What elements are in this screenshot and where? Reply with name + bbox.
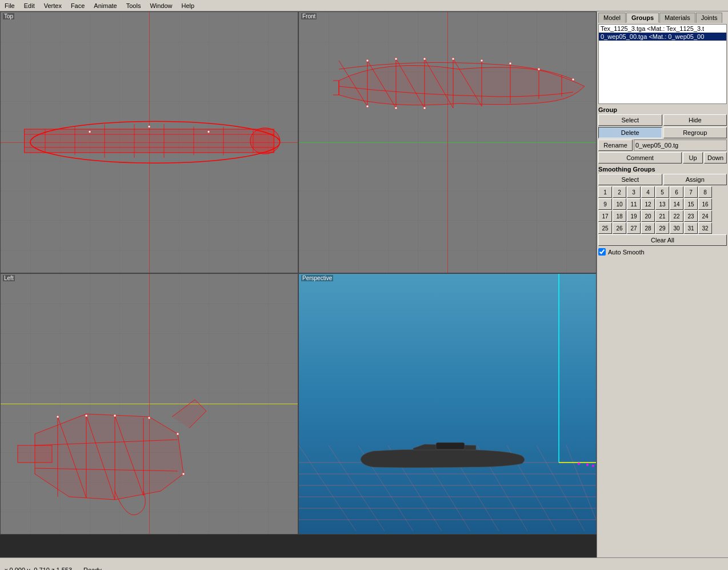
menu-window[interactable]: Window bbox=[147, 2, 174, 10]
smoothing-groups-label: Smoothing Groups bbox=[598, 166, 727, 173]
smooth-num-btn-32[interactable]: 32 bbox=[698, 222, 712, 234]
tab-joints[interactable]: Joints bbox=[696, 13, 723, 23]
panel-tabs: Model Groups Materials Joints bbox=[598, 13, 727, 23]
svg-point-41 bbox=[572, 78, 574, 81]
svg-point-42 bbox=[366, 105, 369, 107]
smooth-num-btn-12[interactable]: 12 bbox=[641, 198, 655, 210]
smooth-num-btn-28[interactable]: 28 bbox=[641, 222, 655, 234]
menu-file[interactable]: File bbox=[2, 2, 17, 10]
group-item-0[interactable]: Tex_1125_3.tga <Mat.: Tex_1125_3.t bbox=[599, 25, 726, 33]
smooth-num-row-0: 12345678 bbox=[598, 186, 727, 198]
group-rename-input[interactable] bbox=[634, 139, 727, 151]
group-rename-button[interactable]: Rename bbox=[598, 139, 633, 151]
auto-smooth-row: Auto Smooth bbox=[598, 248, 727, 256]
svg-point-59 bbox=[148, 417, 150, 419]
smooth-num-btn-11[interactable]: 11 bbox=[627, 198, 641, 210]
group-rename-row: Rename bbox=[598, 139, 727, 151]
group-btn-row-3: Comment Up Down bbox=[598, 152, 727, 164]
viewport-top-right[interactable]: Front bbox=[298, 11, 597, 273]
smooth-num-btn-18[interactable]: 18 bbox=[613, 210, 626, 222]
smooth-num-btn-21[interactable]: 21 bbox=[655, 210, 669, 222]
smooth-num-btn-24[interactable]: 24 bbox=[698, 210, 712, 222]
smooth-num-btn-22[interactable]: 22 bbox=[670, 210, 683, 222]
smooth-num-btn-2[interactable]: 2 bbox=[613, 186, 626, 198]
group-regroup-button[interactable]: Regroup bbox=[663, 127, 727, 138]
group-item-1[interactable]: 0_wep05_00.tga <Mat.: 0_wep05_00 bbox=[599, 33, 726, 41]
tab-materials[interactable]: Materials bbox=[659, 13, 695, 23]
group-delete-button[interactable]: Delete bbox=[598, 127, 662, 138]
svg-point-13 bbox=[250, 128, 280, 154]
smooth-num-btn-3[interactable]: 3 bbox=[627, 186, 641, 198]
smooth-num-btn-14[interactable]: 14 bbox=[670, 198, 683, 210]
svg-line-77 bbox=[566, 445, 596, 520]
smooth-num-btn-10[interactable]: 10 bbox=[613, 198, 626, 210]
smooth-num-btn-25[interactable]: 25 bbox=[598, 222, 612, 234]
svg-point-43 bbox=[395, 107, 397, 109]
group-btn-row-2: Delete Regroup bbox=[598, 127, 727, 138]
smooth-num-btn-31[interactable]: 31 bbox=[684, 222, 698, 234]
viewport-bottom-left[interactable]: Left bbox=[0, 273, 298, 535]
group-comment-button[interactable]: Comment bbox=[598, 152, 682, 164]
group-hide-button[interactable]: Hide bbox=[663, 114, 727, 126]
smooth-num-btn-17[interactable]: 17 bbox=[598, 210, 612, 222]
menu-animate[interactable]: Animate bbox=[91, 2, 119, 10]
group-list[interactable]: Tex_1125_3.tga <Mat.: Tex_1125_3.t 0_wep… bbox=[598, 24, 727, 104]
svg-point-61 bbox=[182, 473, 185, 475]
svg-rect-46 bbox=[18, 445, 52, 463]
menu-vertex[interactable]: Vertex bbox=[42, 2, 64, 10]
svg-point-39 bbox=[509, 62, 511, 65]
group-select-button[interactable]: Select bbox=[598, 114, 662, 126]
svg-point-58 bbox=[114, 414, 116, 417]
smooth-assign-button[interactable]: Assign bbox=[663, 174, 727, 185]
menubar: File Edit Vertex Face Animate Tools Wind… bbox=[0, 0, 728, 11]
smooth-select-button[interactable]: Select bbox=[598, 174, 662, 185]
smooth-num-row-3: 2526272829303132 bbox=[598, 222, 727, 234]
svg-point-82 bbox=[592, 465, 594, 467]
group-section-label: Group bbox=[598, 106, 727, 113]
smooth-num-btn-30[interactable]: 30 bbox=[670, 222, 683, 234]
smooth-num-btn-7[interactable]: 7 bbox=[684, 186, 698, 198]
tab-groups[interactable]: Groups bbox=[626, 13, 659, 23]
main-area: Top bbox=[0, 11, 728, 557]
viewport-bl-label: Left bbox=[3, 275, 15, 281]
svg-point-56 bbox=[57, 416, 59, 418]
smooth-num-row-1: 910111213141516 bbox=[598, 198, 727, 210]
viewport-bottom-right[interactable]: Perspective bbox=[298, 273, 597, 535]
svg-point-57 bbox=[85, 414, 87, 417]
smooth-num-btn-16[interactable]: 16 bbox=[698, 198, 712, 210]
svg-point-37 bbox=[452, 58, 454, 60]
menu-help[interactable]: Help bbox=[179, 2, 197, 10]
svg-point-14 bbox=[89, 131, 91, 133]
smooth-numbers-container: 1234567891011121314151617181920212223242… bbox=[598, 186, 727, 234]
smooth-num-btn-19[interactable]: 19 bbox=[627, 210, 641, 222]
group-down-button[interactable]: Down bbox=[704, 152, 727, 164]
menu-tools[interactable]: Tools bbox=[124, 2, 143, 10]
smooth-num-btn-23[interactable]: 23 bbox=[684, 210, 698, 222]
smooth-num-btn-1[interactable]: 1 bbox=[598, 186, 612, 198]
smooth-num-btn-9[interactable]: 9 bbox=[598, 198, 612, 210]
viewport-top-left[interactable]: Top bbox=[0, 11, 298, 273]
menu-face[interactable]: Face bbox=[69, 2, 87, 10]
smooth-num-btn-8[interactable]: 8 bbox=[698, 186, 712, 198]
smooth-num-btn-26[interactable]: 26 bbox=[613, 222, 626, 234]
smooth-num-btn-5[interactable]: 5 bbox=[655, 186, 669, 198]
svg-point-15 bbox=[148, 125, 150, 127]
auto-smooth-checkbox[interactable] bbox=[598, 248, 606, 256]
clear-all-button[interactable]: Clear All bbox=[598, 234, 727, 246]
viewports-container: Top bbox=[0, 11, 597, 535]
smooth-num-btn-27[interactable]: 27 bbox=[627, 222, 641, 234]
smooth-num-btn-4[interactable]: 4 bbox=[641, 186, 655, 198]
group-up-button[interactable]: Up bbox=[683, 152, 703, 164]
svg-rect-2 bbox=[25, 129, 274, 153]
smooth-num-btn-20[interactable]: 20 bbox=[641, 210, 655, 222]
svg-point-60 bbox=[177, 433, 179, 435]
svg-point-34 bbox=[366, 59, 369, 62]
smooth-num-btn-15[interactable]: 15 bbox=[684, 198, 698, 210]
menu-edit[interactable]: Edit bbox=[22, 2, 37, 10]
smooth-num-btn-13[interactable]: 13 bbox=[655, 198, 669, 210]
tab-model[interactable]: Model bbox=[598, 13, 626, 23]
smooth-num-btn-6[interactable]: 6 bbox=[670, 186, 683, 198]
smooth-num-btn-29[interactable]: 29 bbox=[655, 222, 669, 234]
svg-point-40 bbox=[538, 68, 540, 70]
svg-rect-83 bbox=[436, 443, 465, 449]
